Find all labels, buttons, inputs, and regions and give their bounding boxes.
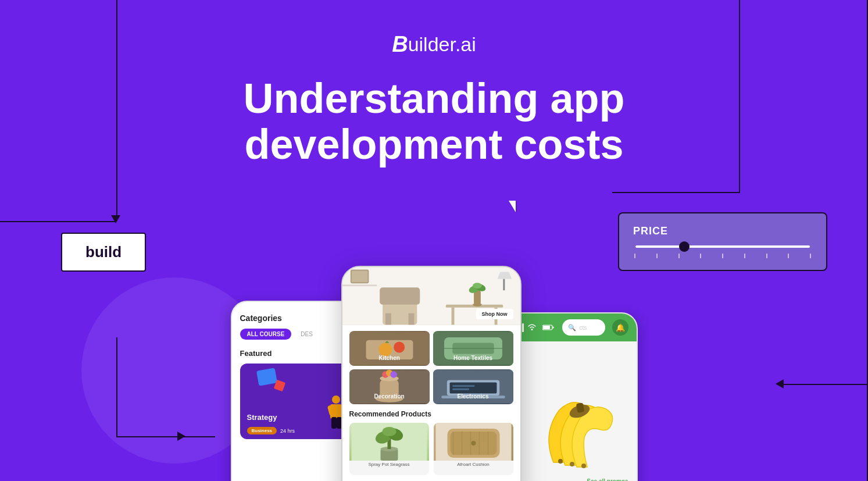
phone-right-body: See all promos — [505, 341, 637, 481]
product-plant[interactable]: Spray Pot Seagrass — [349, 423, 429, 475]
categories-label: Categories — [240, 313, 349, 323]
business-badge: Business — [247, 427, 277, 434]
phone-left-content: Categories ALL COURSE DES Featured — [232, 302, 358, 439]
phone-right: 🔍 cts 🔔 — [504, 312, 638, 481]
svg-rect-20 — [503, 279, 505, 290]
featured-card: Strategy Business 24 hrs — [240, 364, 349, 439]
svg-rect-9 — [451, 308, 454, 325]
slider-ticks — [634, 254, 811, 258]
notification-bell[interactable]: 🔔 — [612, 319, 628, 336]
category-decoration[interactable]: Decoration — [349, 369, 430, 404]
svg-rect-44 — [452, 389, 469, 390]
tick — [678, 254, 680, 258]
line-bottom-vertical — [116, 337, 117, 437]
svg-rect-41 — [449, 382, 496, 393]
tab-des[interactable]: DES — [296, 329, 317, 340]
build-label: build — [85, 243, 122, 261]
person-illustration — [316, 394, 345, 434]
tick — [656, 254, 658, 258]
tick — [634, 254, 635, 258]
banana-illustration — [519, 381, 623, 481]
featured-label: Featured — [240, 349, 349, 358]
line-top-right-vertical — [739, 0, 740, 192]
tick — [700, 254, 701, 258]
hero-image: Shop Now — [342, 267, 520, 325]
main-heading: Understanding app development costs — [173, 76, 696, 168]
line-left-horizontal — [0, 221, 116, 222]
products-row: Spray Pot Seagrass — [349, 423, 513, 475]
line-left-vertical — [116, 0, 117, 221]
see-all-promos-link[interactable]: See all promos — [587, 478, 628, 481]
pillow-image — [434, 423, 513, 461]
blue-rect-decoration — [256, 368, 277, 386]
recommended-label: Recommended Products — [349, 410, 513, 418]
tick — [788, 254, 789, 258]
line-top-right-horizontal — [612, 192, 740, 193]
tick — [766, 254, 767, 258]
plant-svg — [349, 423, 429, 461]
svg-point-26 — [378, 343, 392, 356]
svg-rect-63 — [543, 326, 550, 329]
tabs-row: ALL COURSE DES — [240, 329, 349, 340]
wifi-icon — [527, 323, 537, 330]
svg-rect-4 — [331, 417, 337, 429]
svg-rect-43 — [452, 385, 474, 387]
phones-container: Categories ALL COURSE DES Featured — [231, 266, 638, 481]
logo-text: uilder.ai — [408, 33, 476, 56]
build-box: build — [61, 233, 146, 272]
slider-thumb[interactable] — [679, 241, 690, 252]
svg-rect-14 — [408, 313, 414, 325]
svg-point-60 — [471, 441, 476, 446]
tick — [810, 254, 811, 258]
product2-name: Afroart Cushion — [434, 461, 513, 468]
slider-track[interactable] — [635, 245, 810, 248]
svg-point-0 — [332, 396, 340, 404]
svg-rect-23 — [351, 270, 368, 283]
svg-rect-22 — [342, 284, 377, 286]
svg-rect-13 — [385, 313, 391, 325]
svg-point-51 — [382, 427, 396, 436]
search-bar[interactable]: 🔍 cts — [562, 319, 605, 336]
price-label: PRICE — [633, 225, 812, 237]
phone-center: Shop Now Kitchen — [341, 266, 521, 481]
cursor-icon — [509, 201, 516, 212]
categories-grid: Kitchen Home Textiles — [349, 331, 513, 404]
search-placeholder: cts — [580, 325, 587, 331]
pillow-svg — [434, 423, 513, 461]
heading-line2: development costs — [173, 122, 696, 168]
category-textiles[interactable]: Home Textiles — [433, 331, 513, 366]
battery-icon — [542, 325, 554, 330]
heading-line1: Understanding app — [173, 76, 696, 122]
electronics-label: Electronics — [433, 393, 513, 400]
arrow-left-icon — [776, 379, 784, 389]
product1-name: Spray Pot Seagrass — [349, 461, 429, 468]
svg-point-19 — [473, 283, 482, 288]
card-badges: Business 24 hrs — [247, 427, 295, 434]
plant-image — [349, 423, 429, 461]
tick — [722, 254, 723, 258]
svg-point-38 — [390, 371, 397, 377]
search-icon: 🔍 — [568, 324, 576, 332]
svg-point-69 — [570, 462, 574, 466]
hours-badge: 24 hrs — [280, 428, 295, 434]
svg-point-61 — [531, 329, 533, 330]
tab-all-courses[interactable]: ALL COURSE — [240, 329, 292, 340]
svg-point-27 — [394, 342, 405, 353]
logo-b: B — [392, 32, 408, 57]
tick — [744, 254, 745, 258]
category-kitchen[interactable]: Kitchen — [349, 331, 430, 366]
line-bottom-horizontal — [116, 436, 215, 437]
kitchen-label: Kitchen — [349, 355, 430, 361]
card-title: Strategy — [247, 413, 277, 422]
svg-point-68 — [558, 459, 563, 464]
category-electronics[interactable]: Electronics — [433, 369, 513, 404]
svg-rect-64 — [552, 327, 553, 329]
arrow-down-icon — [111, 215, 120, 223]
phone-center-body: Kitchen Home Textiles — [342, 325, 520, 481]
price-widget[interactable]: PRICE — [618, 212, 827, 271]
product-cushion[interactable]: Afroart Cushion — [434, 423, 513, 475]
svg-rect-12 — [380, 287, 420, 305]
shop-now-button[interactable]: Shop Now — [476, 309, 513, 319]
phone-left: Categories ALL COURSE DES Featured — [231, 301, 359, 481]
phone-right-header: 🔍 cts 🔔 — [505, 313, 637, 341]
